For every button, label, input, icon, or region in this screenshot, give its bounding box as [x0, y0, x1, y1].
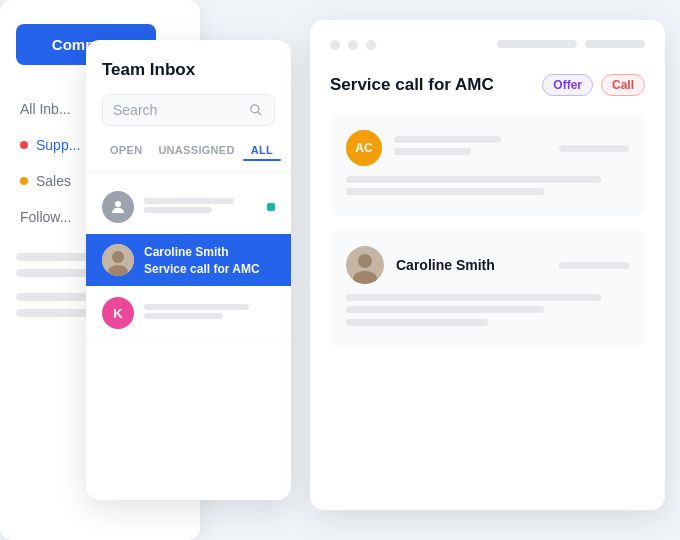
search-icon	[248, 102, 264, 118]
search-box[interactable]: Search	[102, 94, 275, 126]
avatar	[102, 191, 134, 223]
caroline-avatar	[102, 244, 134, 276]
caroline-avatar-large	[346, 246, 384, 284]
svg-point-7	[358, 254, 372, 268]
svg-point-2	[115, 201, 121, 207]
skeleton-bar	[394, 148, 471, 155]
skeleton-bar	[144, 304, 249, 310]
badges-row: Offer Call	[542, 74, 645, 96]
mid-header: Team Inbox Search OPEN UNASSIGNED ALL	[86, 40, 291, 173]
contact-name: Caroline Smith	[144, 245, 275, 259]
mid-panel-title: Team Inbox	[102, 60, 275, 80]
conv-body-2	[346, 294, 629, 326]
avatar-k: K	[102, 297, 134, 329]
skeleton-bar	[144, 198, 234, 204]
skeleton-bar	[346, 176, 601, 183]
offer-badge: Offer	[542, 74, 593, 96]
loading-dot	[348, 40, 358, 50]
sales-label: Sales	[36, 173, 71, 189]
caroline-photo	[102, 244, 134, 276]
caroline-name-detail: Caroline Smith	[396, 257, 495, 273]
loading-dot	[366, 40, 376, 50]
skeleton-bar	[144, 313, 223, 319]
skeleton-bar	[559, 262, 629, 269]
detail-title: Service call for AMC	[330, 75, 494, 95]
skeleton-bar	[346, 319, 488, 326]
tab-open[interactable]: OPEN	[102, 140, 150, 160]
tab-unassigned[interactable]: UNASSIGNED	[150, 140, 242, 160]
skeleton-bar	[585, 40, 645, 48]
person-icon	[109, 198, 127, 216]
skeleton-bar	[346, 306, 544, 313]
person-row: Caroline Smith	[346, 246, 629, 284]
support-label: Supp...	[36, 137, 80, 153]
mid-panel: Team Inbox Search OPEN UNASSIGNED ALL	[86, 40, 291, 500]
conv-body	[346, 176, 629, 195]
skeleton-bar	[346, 188, 544, 195]
unread-badge	[267, 203, 275, 211]
svg-point-4	[112, 251, 124, 263]
search-placeholder: Search	[113, 102, 240, 118]
skeleton-bar	[144, 207, 212, 213]
item-content	[144, 198, 257, 216]
loading-dot	[330, 40, 340, 50]
tab-row: OPEN UNASSIGNED ALL	[102, 140, 275, 160]
call-badge: Call	[601, 74, 645, 96]
loading-area	[330, 40, 645, 50]
caroline-photo-large	[346, 246, 384, 284]
item-content	[144, 304, 275, 322]
conversation-card-ac: AC	[330, 114, 645, 216]
avatar-ac: AC	[346, 130, 382, 166]
list-item[interactable]	[86, 181, 291, 234]
follow-label: Follow...	[20, 209, 71, 225]
sales-dot	[20, 177, 28, 185]
support-dot	[20, 141, 28, 149]
conversation-subject: Service call for AMC	[144, 262, 275, 276]
tab-all[interactable]: ALL	[243, 140, 281, 160]
list-item-k[interactable]: K	[86, 287, 291, 340]
conversation-card-caroline: Caroline Smith	[330, 230, 645, 347]
skeleton-bar	[394, 136, 501, 143]
conv-content	[394, 136, 547, 160]
conv-top: AC	[346, 130, 629, 166]
skeleton-bar	[346, 294, 601, 301]
detail-header: Service call for AMC Offer Call	[330, 74, 645, 96]
conversation-list: Caroline Smith Service call for AMC K	[86, 173, 291, 348]
detail-panel: Service call for AMC Offer Call AC	[310, 20, 665, 510]
skeleton-bar	[497, 40, 577, 48]
all-inbox-label: All Inb...	[20, 101, 71, 117]
skeleton-bar	[559, 145, 629, 152]
list-item-caroline[interactable]: Caroline Smith Service call for AMC	[86, 234, 291, 287]
svg-line-1	[258, 112, 261, 115]
item-text: Caroline Smith Service call for AMC	[144, 245, 275, 276]
